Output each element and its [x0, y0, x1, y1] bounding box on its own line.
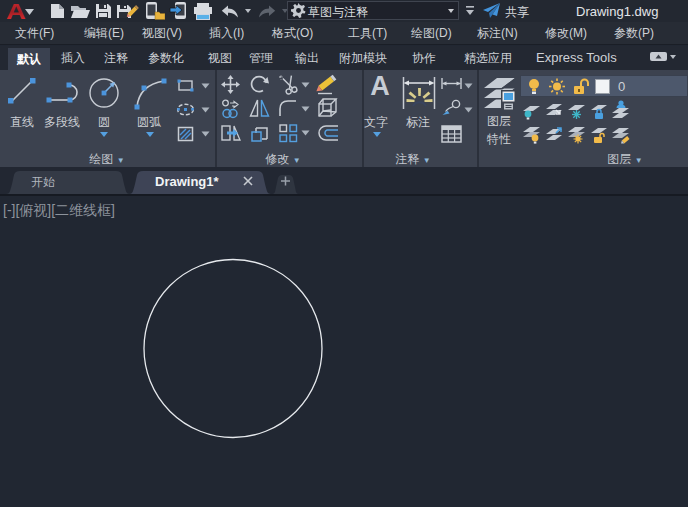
svg-text:A: A	[6, 1, 26, 21]
svg-text:开始: 开始	[31, 175, 55, 189]
svg-text:Drawing1*: Drawing1*	[155, 174, 220, 189]
